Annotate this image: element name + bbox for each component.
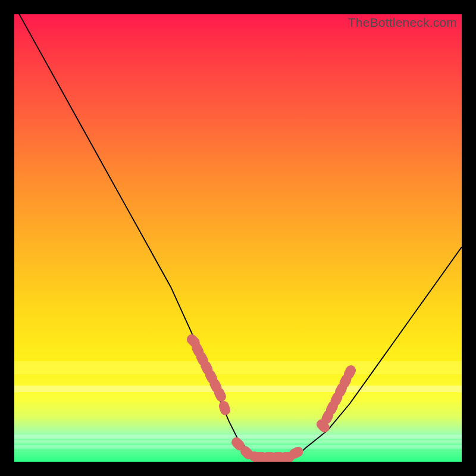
- outer-frame: TheBottleneck.com: [0, 0, 476, 476]
- data-marker: [218, 400, 232, 416]
- chart-svg: [14, 14, 462, 462]
- bottleneck-curve: [14, 14, 462, 457]
- watermark-text: TheBottleneck.com: [348, 15, 457, 30]
- plot-area: TheBottleneck.com: [14, 14, 462, 462]
- marker-group: [184, 332, 358, 462]
